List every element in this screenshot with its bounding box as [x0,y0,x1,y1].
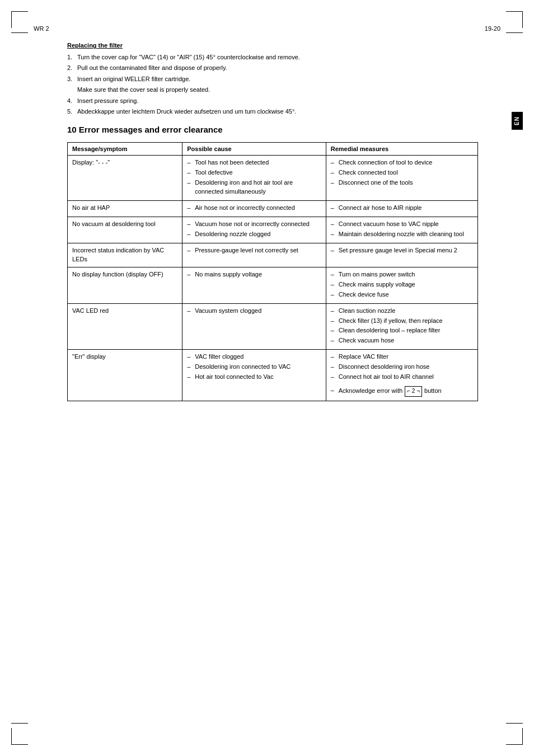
list-item: 5. Abdeckkappe unter leichtem Druck wied… [67,107,478,116]
list-item: – Set pressure gauge level in Special me… [331,246,473,255]
replacing-filter-title: Replacing the filter [67,42,478,49]
error-section-heading: 10 Error messages and error clearance [67,125,478,134]
page-header: WR 2 19-20 [34,22,500,32]
list-item: – Check vacuum hose [331,336,473,345]
list-item: 4. Insert pressure spring. [67,97,478,105]
list-item: – Check filter (13) if yellow, then repl… [331,317,473,326]
table-row: No display function (display OFF) – No m… [68,267,478,303]
list-item: – Hot air tool connected to Vac [187,373,321,382]
list-item: – Vacuum system clogged [187,307,321,316]
cell-symptom: No air at HAP [68,201,182,217]
list-item: – Connect hot air tool to AIR channel [331,373,473,382]
col-header-cause: Possible cause [182,143,326,156]
list-item: – Check mains supply voltage [331,280,473,289]
list-item: – Pressure-gauge level not correctly set [187,246,321,255]
step-text: Insert an original WELLER filter cartrid… [77,75,190,83]
list-item: 3. Insert an original WELLER filter cart… [67,75,478,83]
list-item: – Vacuum hose not or incorrectly connect… [187,220,321,229]
table-row: No vacuum at desoldering tool – Vacuum h… [68,217,478,243]
button-label: ⌐ 2 ¬ [405,386,422,397]
cell-remedial: – Connect vacuum hose to VAC nipple – Ma… [326,217,477,243]
error-messages-section: 10 Error messages and error clearance Me… [67,125,478,401]
page-number: 19-20 [485,25,500,32]
list-item: – Air hose not or incorrectly connected [187,204,321,213]
step-subtext: Make sure that the cover seal is properl… [77,86,210,94]
error-table: Message/symptom Possible cause Remedial … [67,142,478,401]
step-number: 1. [67,53,77,62]
table-row: No air at HAP – Air hose not or incorrec… [68,201,478,217]
main-content: Replacing the filter 1. Turn the cover c… [67,42,478,401]
list-item: – Replace VAC filter [331,353,473,361]
cell-cause: – Vacuum hose not or incorrectly connect… [182,217,326,243]
cell-cause: – VAC filter clogged – Desoldering iron … [182,350,326,401]
cell-remedial: – Replace VAC filter – Disconnect desold… [326,350,477,401]
cell-cause: – Vacuum system clogged [182,303,326,350]
list-item: – Clean suction nozzle [331,307,473,316]
list-item: – Clean desoldering tool – replace filte… [331,326,473,335]
list-item: – Acknowledge error with ⌐ 2 ¬ button [331,386,473,397]
cell-cause: – Pressure-gauge level not correctly set [182,243,326,267]
cell-cause: – No mains supply voltage [182,267,326,303]
replacing-filter-section: Replacing the filter 1. Turn the cover c… [67,42,478,116]
step-number: 3. [67,75,77,83]
cell-symptom: Display: "- - -" [68,156,182,201]
cell-symptom: "Err" display [68,350,182,401]
cell-symptom: Incorrect status indication by VAC LEDs [68,243,182,267]
step-text: Insert pressure spring. [77,97,138,105]
step-number: 2. [67,64,77,72]
step-text: Turn the cover cap for "VAC" (14) or "AI… [77,53,300,62]
list-item: – Connect air hose to AIR nipple [331,204,473,213]
step-number: 4. [67,97,77,105]
list-item: 2. Pull out the contaminated filter and … [67,64,478,72]
table-row: VAC LED red – Vacuum system clogged [68,303,478,350]
cell-cause: – Air hose not or incorrectly connected [182,201,326,217]
cell-remedial: – Set pressure gauge level in Special me… [326,243,477,267]
col-header-symptom: Message/symptom [68,143,182,156]
list-item: – Disconnect desoldering iron hose [331,363,473,372]
cell-remedial: – Connect air hose to AIR nipple [326,201,477,217]
list-item: 1. Turn the cover cap for "VAC" (14) or … [67,53,478,62]
table-header-row: Message/symptom Possible cause Remedial … [68,143,478,156]
table-row: "Err" display – VAC filter clogged – [68,350,478,401]
cell-symptom: No display function (display OFF) [68,267,182,303]
list-item-indent: Make sure that the cover seal is properl… [67,86,478,94]
cell-remedial: – Clean suction nozzle – Check filter (1… [326,303,477,350]
list-item: – No mains supply voltage [187,270,321,279]
table-row: Incorrect status indication by VAC LEDs … [68,243,478,267]
list-item: – Check connected tool [331,168,473,177]
list-item: – Desoldering iron and hot air tool are … [187,179,321,196]
step-text: Abdeckkappe unter leichtem Druck wieder … [77,107,296,116]
table-row: Display: "- - -" – Tool has not been det… [68,156,478,201]
document-title: WR 2 [34,25,49,32]
list-item: – Tool defective [187,168,321,177]
list-item: – Connect vacuum hose to VAC nipple [331,220,473,229]
step-number: 5. [67,107,77,116]
list-item: – VAC filter clogged [187,353,321,361]
cell-symptom: No vacuum at desoldering tool [68,217,182,243]
list-item: – Desoldering iron connected to VAC [187,363,321,372]
list-item: – Check device fuse [331,290,473,299]
col-header-remedial: Remedial measures [326,143,477,156]
step-text: Pull out the contaminated filter and dis… [77,64,227,72]
list-item: – Disconnect one of the tools [331,179,473,187]
list-item: – Maintain desoldering nozzle with clean… [331,230,473,239]
cell-symptom-vac-led-red: VAC LED red [68,303,182,350]
list-item: – Turn on mains power switch [331,270,473,279]
cell-cause: – Tool has not been detected – Tool defe… [182,156,326,201]
cell-remedial: – Turn on mains power switch – Check mai… [326,267,477,303]
replacing-filter-steps: 1. Turn the cover cap for "VAC" (14) or … [67,53,478,116]
step-number [67,86,77,94]
list-item: – Desoldering nozzle clogged [187,230,321,239]
cell-remedial: – Check connection of tool to device – C… [326,156,477,201]
list-item: – Check connection of tool to device [331,158,473,167]
list-item: – Tool has not been detected [187,158,321,167]
